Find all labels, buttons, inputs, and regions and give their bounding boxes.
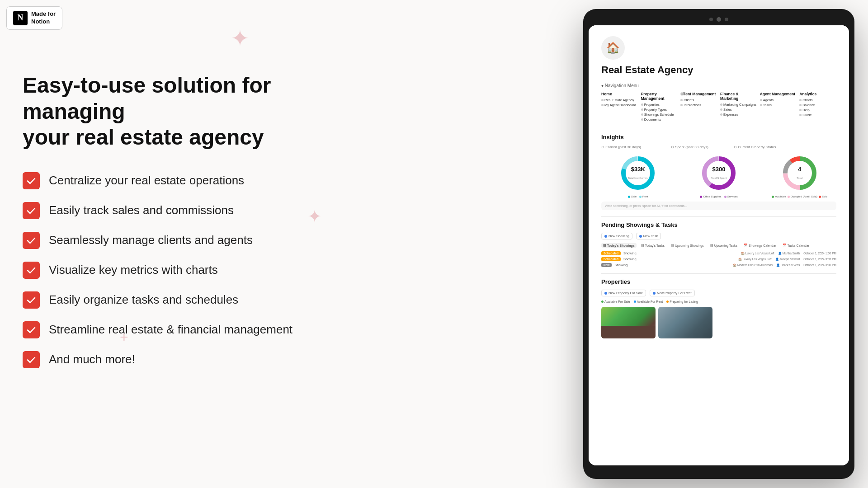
- pending-tab-2[interactable]: ▤Upcoming Showings: [669, 243, 706, 248]
- camera-bar: [589, 17, 849, 22]
- status-label: ⊙ Current Property Status: [734, 145, 776, 149]
- check-icon-5: [23, 321, 40, 338]
- showing-row-2: New Showing 🏠 Modern Chalet in Arkansas …: [601, 263, 836, 267]
- notion-icon: N: [13, 11, 28, 25]
- showing-row-1: Scheduled Showing 🏠 Luxury Las Vegas Lof…: [601, 257, 836, 261]
- nav-menu-section: ▾ Navigation Menu HomeReal Estate Agency…: [601, 83, 836, 122]
- nav-col-title-5: Analytics: [799, 92, 836, 96]
- checklist-item-1: Easily track sales and commissions: [23, 202, 348, 219]
- status-value: 4 Total: [797, 166, 802, 181]
- prop-tab-0[interactable]: Available For Sale: [601, 300, 630, 303]
- nav-item-3-2[interactable]: Expenses: [720, 113, 757, 117]
- feature-checklist: Centralize your real estate operations E…: [23, 172, 348, 368]
- nav-item-1-2[interactable]: Showings Schedule: [641, 113, 678, 117]
- btn-dot-rent: [653, 292, 656, 295]
- agent-name-0: 👤 Martha Smith: [778, 252, 800, 255]
- nav-item-2-0[interactable]: Clients: [680, 98, 717, 102]
- nav-item-0-1[interactable]: My Agent Dashboard: [601, 103, 638, 107]
- nav-item-5-2[interactable]: Help: [799, 108, 836, 112]
- check-icon-2: [23, 232, 40, 249]
- showing-left-0: Scheduled Showing: [601, 251, 637, 255]
- legend-sale: Sale: [628, 195, 637, 198]
- tablet-screen: 🏠 Real Estate Agency ▾ Navigation Menu H…: [589, 25, 849, 465]
- decorative-star-1: ✦: [231, 27, 250, 50]
- check-icon-6: [23, 351, 40, 368]
- checklist-text-2: Seamlessly manage clients and agents: [49, 233, 253, 247]
- new-task-btn[interactable]: New Task: [636, 233, 661, 239]
- earned-legend: Sale Rent: [628, 195, 648, 198]
- legend-services: Services: [724, 195, 738, 198]
- showing-date-0: October 1, 2024 1:00 PM: [803, 252, 836, 255]
- showing-right-0: 🏠 Luxury Las Vegas Loft 👤 Martha Smith O…: [741, 252, 836, 255]
- left-content: Easy-to-use solution for managing your r…: [23, 72, 348, 368]
- notion-page: 🏠 Real Estate Agency ▾ Navigation Menu H…: [589, 25, 849, 465]
- pending-buttons: New Showing New Task: [601, 233, 836, 239]
- new-sale-btn[interactable]: New Property For Sale: [601, 290, 646, 296]
- pending-tab-4[interactable]: 📅Showings Calendar: [742, 243, 778, 248]
- nav-col-1: Property ManagementPropertiesProperty Ty…: [641, 92, 678, 122]
- checklist-text-6: And much more!: [49, 352, 135, 366]
- prop-tab-2[interactable]: Preparing for Listing: [666, 300, 698, 303]
- status-badge-1: Scheduled: [601, 257, 621, 261]
- pending-tabs: ▤Today's Showings▤Today's Tasks▤Upcoming…: [601, 243, 836, 248]
- checklist-item-6: And much more!: [23, 351, 348, 368]
- property-name-0: 🏠 Luxury Las Vegas Loft: [741, 252, 774, 255]
- nav-item-4-1[interactable]: Tasks: [760, 103, 797, 107]
- nav-item-5-0[interactable]: Charts: [799, 98, 836, 102]
- nav-item-2-1[interactable]: Interactions: [680, 103, 717, 107]
- logo-badge: N Made for Notion: [6, 6, 62, 30]
- nav-menu-header: ▾ Navigation Menu: [601, 83, 836, 88]
- tablet-frame: 🏠 Real Estate Agency ▾ Navigation Menu H…: [583, 9, 854, 479]
- nav-item-3-0[interactable]: Marketing Campaigns: [720, 103, 757, 107]
- legend-sold: Sold: [819, 195, 827, 198]
- showing-row-0: Scheduled Showing 🏠 Luxury Las Vegas Lof…: [601, 251, 836, 255]
- nav-item-5-3[interactable]: Guide: [799, 113, 836, 117]
- prop-tab-1[interactable]: Available For Rent: [634, 300, 663, 303]
- spent-chart: $300 Total $ Spent Office Supplies: [682, 153, 756, 198]
- check-icon-0: [23, 172, 40, 189]
- nav-item-1-3[interactable]: Documents: [641, 117, 678, 122]
- nav-item-4-0[interactable]: Agents: [760, 98, 797, 102]
- agent-name-2: 👤 Derek Stevens: [776, 263, 800, 267]
- prop-buttons: New Property For Sale New Property For R…: [601, 290, 836, 296]
- pending-tab-0[interactable]: ▤Today's Showings: [601, 243, 637, 248]
- new-showing-btn[interactable]: New Showing: [601, 233, 632, 239]
- prop-tabs: Available For SaleAvailable For RentPrep…: [601, 300, 836, 303]
- new-rent-btn[interactable]: New Property For Rent: [650, 290, 695, 296]
- pending-tab-1[interactable]: ▤Today's Tasks: [639, 243, 666, 248]
- status-badge-0: Scheduled: [601, 251, 621, 255]
- page-icon: 🏠: [601, 36, 625, 60]
- checklist-text-4: Easily organize tasks and schedules: [49, 293, 238, 307]
- camera-dot-left: [709, 18, 713, 21]
- nav-col-title-3: Finance & Marketing: [720, 92, 757, 101]
- nav-item-1-1[interactable]: Property Types: [641, 108, 678, 112]
- spent-label: ⊙ Spent (past 30 days): [671, 145, 708, 149]
- nav-item-0-0[interactable]: Real Estate Agency: [601, 98, 638, 102]
- nav-item-5-1[interactable]: Balance: [799, 103, 836, 107]
- ai-section[interactable]: Write something, or press 'space' for AI…: [601, 202, 836, 210]
- main-heading: Easy-to-use solution for managing your r…: [23, 72, 348, 150]
- nav-item-3-1[interactable]: Sales: [720, 108, 757, 112]
- checklist-text-5: Streamline real estate & financial manag…: [49, 323, 292, 337]
- checklist-item-3: Visualize key metrics with charts: [23, 262, 348, 279]
- earned-value: $33K Total Net Comm.: [628, 166, 648, 181]
- pending-tab-3[interactable]: ▤Upcoming Tasks: [708, 243, 739, 248]
- agent-name-1: 👤 Joseph Stewart: [775, 258, 800, 261]
- showing-date-2: October 1, 2024 3:00 PM: [803, 263, 836, 267]
- showing-right-1: 🏠 Luxury Las Vegas Loft 👤 Joseph Stewart…: [738, 258, 836, 261]
- camera-dot-right: [725, 18, 728, 21]
- showing-date-1: October 1, 2024 3:35 PM: [803, 258, 836, 261]
- check-icon-1: [23, 202, 40, 219]
- legend-available: Available: [772, 195, 786, 198]
- spent-donut: $300 Total $ Spent: [698, 153, 739, 193]
- property-name-2: 🏠 Modern Chalet in Arkansas: [733, 263, 773, 267]
- btn-dot-sale: [604, 292, 607, 295]
- nav-col-0: HomeReal Estate AgencyMy Agent Dashboard: [601, 92, 638, 122]
- legend-occupied: Occupied (Avail. Sold): [788, 195, 817, 198]
- tablet-mockup: 🏠 Real Estate Agency ▾ Navigation Menu H…: [583, 9, 854, 479]
- properties-title: Properties: [601, 278, 836, 285]
- checklist-item-4: Easily organize tasks and schedules: [23, 291, 348, 309]
- earned-donut: $33K Total Net Comm.: [618, 153, 658, 193]
- pending-tab-5[interactable]: 📅Tasks Calendar: [781, 243, 811, 248]
- nav-item-1-0[interactable]: Properties: [641, 103, 678, 107]
